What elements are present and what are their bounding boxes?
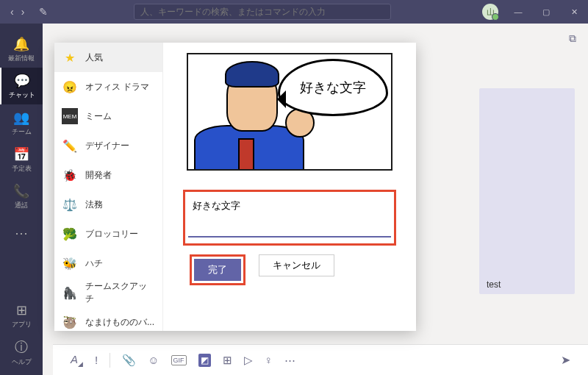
sticker-preview: 好きな文字 xyxy=(187,53,392,171)
rail-activity[interactable]: 🔔 最新情報 xyxy=(0,31,43,68)
category-sloth[interactable]: 🦥なまけもののバ... xyxy=(54,307,162,331)
emoji-icon[interactable]: ☺ xyxy=(148,354,159,366)
done-button[interactable]: 完了 xyxy=(194,259,241,281)
search-input[interactable] xyxy=(134,4,391,20)
chat-icon: 💬 xyxy=(14,73,30,89)
popout-icon[interactable]: ⧉ xyxy=(569,32,576,45)
app-rail: 🔔 最新情報 💬 チャット 👥 チーム 📅 予定表 📞 通話 ⋯ ⊞ アプリ xyxy=(0,24,43,375)
avatar[interactable]: 山 xyxy=(482,4,498,20)
category-developer[interactable]: 🐞開発者 xyxy=(54,160,162,190)
new-chat-icon[interactable]: ✎ xyxy=(39,6,48,18)
category-icon: 🥦 xyxy=(62,226,78,242)
sticker-icon[interactable]: ◩ xyxy=(198,354,211,367)
phone-icon: 📞 xyxy=(13,183,29,199)
caption-input-highlight xyxy=(183,190,396,246)
category-broccoli[interactable]: 🥦ブロッコリー xyxy=(54,219,162,249)
priority-icon[interactable]: ! xyxy=(95,354,98,366)
maximize-button[interactable]: ▢ xyxy=(532,0,560,24)
category-icon: ✏️ xyxy=(62,138,78,154)
sticker-categories: ★人気 😠オフィス ドラマ MEMミーム ✏️デザイナー 🐞開発者 ⚖️法務 🥦… xyxy=(54,43,163,331)
praise-icon[interactable]: ♀ xyxy=(265,354,273,366)
apps-icon: ⊞ xyxy=(16,302,27,318)
gif-icon[interactable]: GIF xyxy=(171,355,187,365)
category-designer[interactable]: ✏️デザイナー xyxy=(54,131,162,160)
minimize-button[interactable]: — xyxy=(504,0,532,24)
category-bee[interactable]: 🐝ハチ xyxy=(54,249,162,278)
rail-calls[interactable]: 📞 通話 xyxy=(0,178,43,215)
category-office-drama[interactable]: 😠オフィス ドラマ xyxy=(54,72,162,101)
format-icon[interactable]: A◢ xyxy=(71,353,83,368)
cancel-button[interactable]: キャンセル xyxy=(259,254,334,276)
category-squatch[interactable]: 🦍チームスクアッチ xyxy=(54,278,162,307)
caption-input[interactable] xyxy=(188,195,391,238)
sent-message[interactable]: test xyxy=(479,88,575,294)
rail-teams[interactable]: 👥 チーム xyxy=(0,104,43,141)
send-icon[interactable]: ➤ xyxy=(561,353,570,367)
attach-icon[interactable]: 📎 xyxy=(122,354,136,367)
nav-back[interactable]: ‹ xyxy=(7,4,17,19)
category-popular[interactable]: ★人気 xyxy=(54,43,162,72)
rail-help[interactable]: ⓘ ヘルプ xyxy=(12,334,32,371)
stream-icon[interactable]: ▷ xyxy=(244,354,253,367)
bell-icon: 🔔 xyxy=(13,36,29,52)
message-text: test xyxy=(487,279,501,290)
star-icon: ★ xyxy=(62,49,78,65)
category-icon: 🐝 xyxy=(62,255,78,271)
category-icon: 😠 xyxy=(62,79,78,95)
more-icon: ⋯ xyxy=(15,225,28,241)
sticker-picker: ★人気 😠オフィス ドラマ MEMミーム ✏️デザイナー 🐞開発者 ⚖️法務 🥦… xyxy=(54,43,416,331)
rail-apps[interactable]: ⊞ アプリ xyxy=(12,297,32,334)
rail-chat[interactable]: 💬 チャット xyxy=(0,68,43,104)
sticker-editor: 好きな文字 完了 キャンセル xyxy=(163,43,416,331)
rail-more[interactable]: ⋯ xyxy=(0,215,43,251)
done-highlight: 完了 xyxy=(190,254,245,285)
category-icon: 🦥 xyxy=(62,314,78,330)
teams-icon: 👥 xyxy=(13,110,29,126)
more-compose-icon[interactable]: ⋯ xyxy=(284,354,295,367)
category-icon: ⚖️ xyxy=(62,196,78,213)
close-button[interactable]: ✕ xyxy=(560,0,588,24)
nav-forward[interactable]: › xyxy=(18,4,28,19)
category-icon: MEM xyxy=(62,108,78,124)
category-meme[interactable]: MEMミーム xyxy=(54,101,162,131)
category-legal[interactable]: ⚖️法務 xyxy=(54,190,162,219)
calendar-icon: 📅 xyxy=(13,146,29,162)
category-icon: 🦍 xyxy=(62,285,78,301)
rail-calendar[interactable]: 📅 予定表 xyxy=(0,141,43,178)
compose-bar: A◢ ! 📎 ☺ GIF ◩ ⊞ ▷ ♀ ⋯ ➤ xyxy=(53,344,588,375)
titlebar: ‹ › ✎ 山 — ▢ ✕ xyxy=(0,0,588,24)
help-icon: ⓘ xyxy=(15,338,28,356)
meet-icon[interactable]: ⊞ xyxy=(223,354,232,367)
category-icon: 🐞 xyxy=(62,167,78,183)
